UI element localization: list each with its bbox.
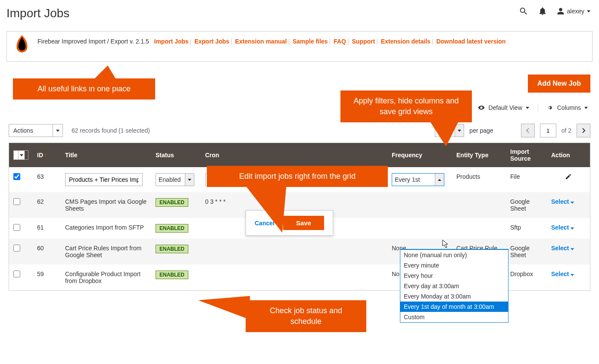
select-action[interactable]: Select (551, 198, 574, 205)
columns-control[interactable]: Columns (544, 104, 590, 111)
product-name: Firebear Improved Import / Export v. 2.1… (37, 38, 149, 45)
frequency-dropdown: None (manual run only)Every minuteEvery … (400, 249, 509, 291)
select-action[interactable]: Select (551, 224, 574, 231)
header-cron[interactable]: Cron (201, 143, 387, 167)
row-cron (201, 264, 387, 290)
link-export-jobs[interactable]: Export Jobs (194, 38, 229, 45)
row-id: 61 (33, 218, 61, 239)
user-menu[interactable]: alexey (557, 7, 590, 15)
header-checkbox[interactable]: - (9, 143, 33, 167)
eye-icon (478, 104, 485, 111)
row-title: Cart Price Rules Import from Google Shee… (61, 239, 151, 264)
svg-marker-1 (427, 116, 461, 146)
prev-page-button[interactable] (521, 124, 535, 137)
edit-status-select[interactable]: Enabled (156, 173, 194, 186)
header-status[interactable]: Status (151, 143, 201, 167)
add-new-job-button[interactable]: Add New Job (528, 75, 590, 93)
row-source: Google Sheet (506, 192, 547, 218)
row-frequency (387, 218, 452, 239)
link-import-jobs[interactable]: Import Jobs (154, 38, 189, 45)
header-import-source[interactable]: Import Source (506, 143, 547, 167)
link-sample-files[interactable]: Sample files (293, 38, 328, 45)
page-input[interactable] (540, 124, 556, 137)
row-title: CMS Pages Import via Google Sheets (61, 192, 151, 218)
callout-tail-icon (86, 65, 121, 91)
header-action[interactable]: Action (547, 143, 590, 167)
row-source: File (506, 167, 547, 192)
header-frequency[interactable]: Frequency (387, 143, 452, 167)
frequency-option[interactable]: Every day at 3:00am (400, 281, 508, 291)
row-entity (452, 192, 506, 218)
user-avatar-icon (557, 7, 565, 15)
callout-edit: Edit import jobs right from the grid (207, 166, 388, 187)
row-cron (201, 239, 387, 264)
edit-pencil-icon[interactable] (565, 173, 572, 180)
row-source: Google Sheet (506, 239, 547, 264)
per-page-label: per page (469, 127, 493, 134)
select-action[interactable]: Select (551, 245, 574, 252)
link-extension-manual[interactable]: Extension manual (235, 38, 287, 45)
notifications-icon[interactable] (538, 6, 547, 16)
row-id: 63 (33, 167, 61, 192)
row-title: Configurable Product Import from Dropbox (61, 264, 151, 290)
row-source: Dropbox (506, 264, 547, 290)
edit-frequency-select[interactable]: Every 1st (392, 173, 444, 186)
row-id: 59 (33, 264, 61, 290)
page-of-label: of 2 (562, 127, 571, 134)
chevron-right-icon (581, 128, 586, 133)
link-bar: Firebear Improved Import / Export v. 2.1… (6, 31, 593, 62)
user-name: alexey (567, 8, 584, 15)
row-checkbox[interactable] (13, 198, 20, 205)
chevron-left-icon (526, 128, 530, 133)
header-entity-type[interactable]: Entity Type (452, 143, 506, 167)
frequency-option[interactable]: None (manual run only) (400, 250, 508, 260)
header-id[interactable]: ID↑ (33, 143, 61, 167)
page-title: Import Jobs (6, 6, 69, 20)
row-entity (452, 218, 506, 239)
callout-tail-icon (427, 116, 461, 146)
sort-asc-icon: ↑ (44, 152, 47, 159)
cursor-icon (442, 240, 451, 249)
row-checkbox[interactable] (13, 271, 20, 277)
svg-marker-2 (243, 183, 287, 233)
frequency-option[interactable]: Every minute (400, 260, 508, 271)
status-badge: ENABLED (156, 245, 188, 253)
row-entity: Products (452, 167, 506, 192)
link-extension-details[interactable]: Extension details (381, 38, 431, 45)
svg-marker-0 (86, 65, 121, 87)
status-badge: ENABLED (156, 271, 188, 279)
row-id: 62 (33, 192, 61, 218)
header-title[interactable]: Title (61, 143, 151, 167)
link-download[interactable]: Download latest version (436, 38, 505, 45)
records-count: 62 records found (1 selected) (72, 127, 150, 134)
next-page-button[interactable] (577, 124, 590, 137)
edit-title-input[interactable] (65, 173, 143, 186)
firebear-logo-icon (13, 34, 31, 56)
row-source: Sftp (506, 218, 547, 239)
link-support[interactable]: Support (352, 38, 375, 45)
status-badge: ENABLED (156, 198, 188, 207)
callout-links: All useful links in one place (13, 78, 155, 100)
row-title: Categories Import from SFTP (61, 218, 151, 239)
gear-icon (547, 104, 554, 111)
default-view-control[interactable]: Default View (475, 104, 531, 111)
search-icon[interactable] (519, 6, 528, 16)
actions-dropdown[interactable]: Actions (9, 124, 63, 137)
save-button[interactable]: Save (283, 216, 324, 230)
row-checkbox[interactable] (13, 173, 20, 180)
row-id: 60 (33, 239, 61, 264)
status-badge: ENABLED (156, 224, 188, 233)
row-checkbox[interactable] (13, 245, 20, 252)
select-action[interactable]: Select (551, 271, 574, 277)
link-faq[interactable]: FAQ (334, 38, 346, 45)
frequency-option[interactable]: Every hour (400, 271, 508, 281)
caret-icon (587, 10, 590, 12)
callout-tail-icon (243, 183, 287, 233)
row-frequency (387, 192, 452, 218)
row-checkbox[interactable] (13, 224, 20, 231)
